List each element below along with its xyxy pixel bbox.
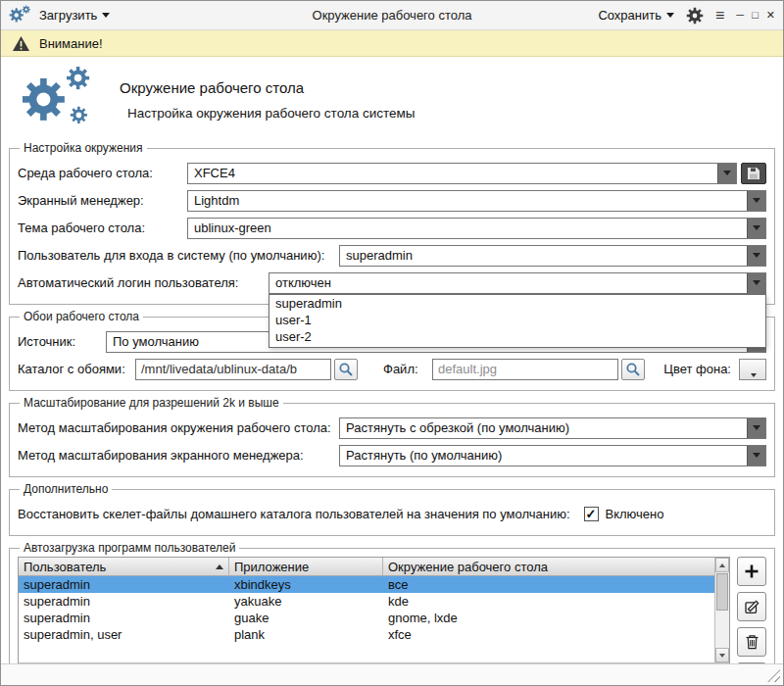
table-row[interactable]: superadmin, user plank xfce (19, 626, 714, 643)
chevron-down-icon[interactable] (747, 246, 765, 266)
status-bar (1, 663, 783, 685)
desktop-env-select[interactable]: XFCE4 (187, 163, 737, 184)
app-gears-icon (9, 5, 32, 25)
dm-scaling-label: Метод масштабирования экранного менеджер… (18, 448, 331, 463)
table-cell: xfce (383, 627, 714, 642)
table-cell: xbindkeys (229, 577, 383, 592)
group-scaling: Масштабирование для разрешений 2k и выше… (9, 396, 775, 477)
save-button[interactable]: Сохранить (598, 8, 674, 23)
group-environment-legend: Настройка окружения (20, 141, 147, 155)
dropdown-option[interactable]: user-2 (270, 328, 765, 345)
chevron-down-icon (102, 13, 110, 18)
table-row[interactable]: superadmin yakuake kde (19, 593, 714, 610)
dm-scaling-value: Растянуть (по умолчанию) (340, 446, 747, 466)
desktop-scaling-select[interactable]: Растянуть с обрезкой (по умолчанию) (339, 417, 766, 439)
table-cell: superadmin (19, 594, 229, 609)
column-header-user[interactable]: Пользователь (19, 558, 229, 575)
table-cell: guake (229, 611, 383, 625)
table-row[interactable]: superadmin xbindkeys все (19, 576, 714, 593)
column-header-app[interactable]: Приложение (229, 558, 383, 575)
table-cell: yakuake (229, 594, 383, 609)
maximize-button[interactable]: □ (752, 9, 759, 22)
chevron-down-icon[interactable] (747, 191, 765, 211)
wallpaper-dir-label: Каталог с обоями: (18, 362, 127, 376)
scroll-down-icon[interactable] (715, 648, 729, 662)
wallpaper-file-label: Файл: (383, 362, 424, 376)
load-button[interactable]: Загрузить (39, 8, 110, 23)
theme-select[interactable]: ublinux-green (187, 218, 766, 239)
skeleton-row: Восстановить скелет-файлы домашнего ката… (18, 503, 766, 525)
warning-text: Внимание! (39, 36, 103, 51)
warning-banner: Внимание! (1, 30, 783, 57)
chevron-down-icon[interactable] (717, 164, 736, 183)
dm-scaling-row: Метод масштабирования экранного менеджер… (18, 444, 766, 466)
skeleton-checkbox[interactable]: ✓ (584, 507, 599, 521)
trash-icon (745, 634, 760, 650)
chevron-down-icon[interactable] (747, 273, 765, 293)
column-header-label: Приложение (234, 560, 309, 574)
display-manager-label: Экранный менеджер: (18, 193, 179, 208)
display-manager-select[interactable]: Lightdm (187, 190, 766, 212)
page-title: Окружение рабочего стола (120, 79, 304, 96)
autostart-table: Пользователь Приложение Окружение рабоче… (18, 557, 730, 678)
skeleton-checkbox-label: Включено (606, 507, 664, 521)
scroll-up-icon[interactable] (715, 558, 729, 572)
settings-gear-icon[interactable] (686, 7, 704, 24)
theme-label: Тема рабочего стола: (18, 220, 179, 235)
wallpaper-dir-input[interactable] (135, 359, 331, 380)
close-button[interactable]: ✕ (766, 9, 775, 22)
edit-pencil-icon (744, 599, 760, 615)
wallpaper-dir-browse-button[interactable] (334, 359, 358, 380)
column-header-label: Пользователь (24, 560, 106, 574)
login-user-select[interactable]: superadmin (339, 245, 766, 267)
desktop-env-value: XFCE4 (188, 164, 717, 183)
table-header: Пользователь Приложение Окружение рабоче… (19, 558, 714, 576)
table-cell: superadmin, user (19, 627, 229, 642)
plus-icon (744, 564, 760, 579)
vertical-scrollbar[interactable] (714, 558, 729, 662)
titlebar: Загрузить Окружение рабочего стола Сохра… (1, 1, 783, 30)
chevron-down-icon (666, 13, 674, 18)
delete-row-button[interactable] (737, 627, 766, 657)
chevron-down-icon[interactable] (747, 219, 765, 238)
wallpaper-path-row: Каталог с обоями: Файл: Цвет фона: (18, 358, 766, 380)
sort-asc-icon (216, 564, 223, 569)
table-cell: все (383, 577, 714, 592)
chevron-down-icon[interactable] (747, 418, 765, 438)
wallpaper-file-input[interactable] (432, 359, 618, 380)
bg-color-picker-button[interactable] (739, 359, 766, 380)
dropdown-option[interactable]: user-1 (270, 312, 765, 328)
dropdown-option[interactable]: superadmin (270, 295, 765, 312)
table-cell: kde (383, 594, 714, 609)
theme-value: ublinux-green (188, 219, 747, 238)
chevron-down-icon[interactable] (747, 446, 765, 466)
autologin-value: отключен (270, 273, 747, 293)
autologin-label: Автоматический логин пользователя: (18, 275, 261, 290)
app-window: Загрузить Окружение рабочего стола Сохра… (0, 0, 784, 686)
vertical-scroll-thumb[interactable] (716, 573, 728, 611)
display-manager-row: Экранный менеджер: Lightdm (18, 189, 766, 212)
theme-row: Тема рабочего стола: ublinux-green (18, 217, 766, 239)
desktop-scaling-row: Метод масштабирования окружения рабочего… (18, 416, 766, 439)
desktop-env-save-button[interactable] (741, 163, 766, 184)
table-row[interactable]: superadmin guake gnome, lxde (19, 610, 714, 626)
edit-row-button[interactable] (737, 592, 766, 621)
table-cell: superadmin (19, 577, 229, 592)
save-button-label: Сохранить (598, 8, 662, 23)
minimize-button[interactable]: ─ (736, 9, 744, 22)
add-row-button[interactable] (737, 557, 766, 586)
group-scaling-legend: Масштабирование для разрешений 2k и выше (20, 396, 283, 410)
desktop-scaling-value: Растянуть с обрезкой (по умолчанию) (340, 418, 747, 438)
autologin-select[interactable]: отключен superadmin user-1 user-2 (269, 272, 766, 294)
resize-grip[interactable] (767, 669, 780, 682)
group-autostart-legend: Автозагрузка программ пользователей (20, 541, 239, 555)
desktop-scaling-label: Метод масштабирования окружения рабочего… (18, 420, 331, 435)
column-header-env[interactable]: Окружение рабочего стола (383, 558, 714, 575)
dm-scaling-select[interactable]: Растянуть (по умолчанию) (339, 445, 766, 466)
search-icon (338, 362, 354, 377)
wallpaper-file-browse-button[interactable] (621, 359, 645, 380)
search-icon (625, 362, 641, 377)
vertical-scroll-track[interactable] (715, 572, 729, 648)
menu-icon[interactable]: ≡ (715, 8, 724, 24)
table-cell: gnome, lxde (383, 611, 714, 625)
